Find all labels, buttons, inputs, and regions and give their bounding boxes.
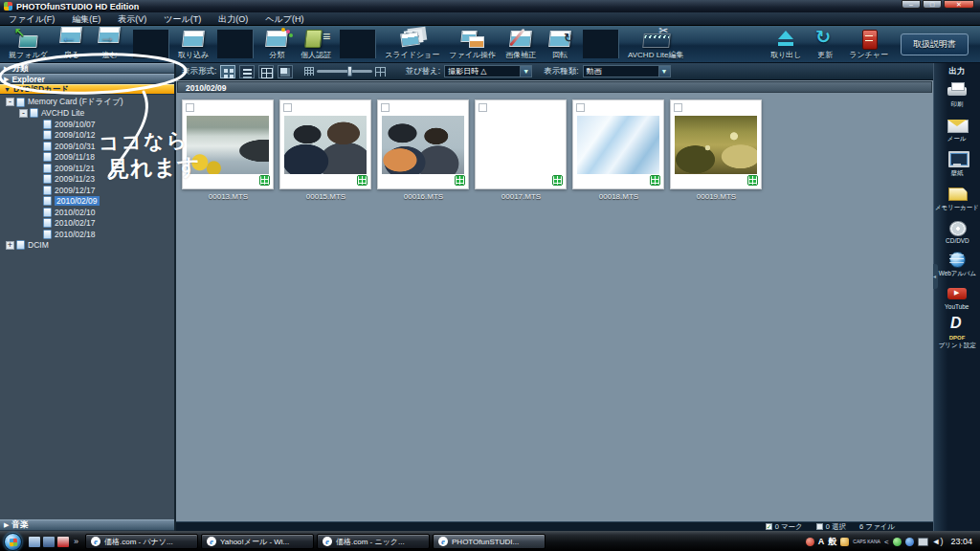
taskbar-clock[interactable]: 23:04	[950, 537, 972, 546]
tree-item[interactable]: 2009/12/17	[0, 185, 174, 196]
toolbar-button[interactable]	[340, 30, 376, 58]
output-item[interactable]: 壁紙	[933, 150, 980, 178]
tree-item[interactable]: 2009/11/23	[0, 174, 174, 186]
output-item[interactable]: メモリーカード	[933, 185, 980, 212]
toolbar-button[interactable]: 更新	[806, 26, 844, 62]
mark-checkbox[interactable]	[674, 103, 682, 112]
tree-item[interactable]: 2010/02/10	[0, 207, 174, 218]
tray-display-icon[interactable]	[918, 538, 928, 546]
expand-toggle-icon[interactable]: -	[6, 98, 14, 106]
start-button[interactable]	[4, 533, 22, 551]
toolbar-button[interactable]: 分類	[257, 26, 296, 62]
quick-launch-icon[interactable]	[43, 537, 55, 547]
expand-toggle-icon[interactable]: +	[6, 241, 14, 250]
thumbnail-card[interactable]	[670, 99, 762, 189]
thumbnail-view-button[interactable]	[220, 65, 235, 78]
list-view-button[interactable]	[239, 65, 255, 78]
taskbar-window-button[interactable]: e 価格.com - ニック...	[317, 534, 430, 549]
taskbar-window-button[interactable]: e 価格.com - パナソ...	[85, 534, 198, 549]
tree-item[interactable]: - Memory Card (Fドライブ)	[0, 97, 174, 108]
quick-launch-more-icon[interactable]: »	[74, 537, 78, 546]
ime-mode-icon[interactable]: A	[818, 537, 825, 546]
output-item[interactable]: DPOF プリント設定	[933, 317, 980, 350]
toolbar-button[interactable]	[133, 30, 169, 58]
tree-item[interactable]: 2010/02/17	[0, 218, 174, 230]
manual-button[interactable]: 取扱説明書	[901, 33, 969, 55]
thumbnail-card[interactable]	[572, 99, 664, 189]
thumbnail-card[interactable]	[182, 99, 274, 189]
date-group-header[interactable]: 2010/02/09	[177, 81, 932, 93]
mark-checkbox[interactable]	[576, 103, 585, 112]
chevron-down-icon[interactable]: ▼	[658, 66, 670, 77]
thumbnail-card[interactable]	[377, 99, 469, 189]
thumbnail-card[interactable]	[279, 99, 371, 189]
tree-item[interactable]: + DCIM	[0, 240, 174, 252]
chevron-down-icon[interactable]: ▼	[520, 66, 531, 77]
toolbar-button[interactable]: 進む	[91, 26, 129, 62]
tree-item[interactable]: 2010/02/18	[0, 229, 174, 240]
toolbar-button[interactable]: 親フォルダ	[4, 26, 53, 62]
toolbar-button[interactable]	[217, 30, 254, 58]
tray-status-icon[interactable]	[893, 538, 902, 546]
expand-toggle-icon[interactable]: -	[19, 109, 28, 118]
quick-launch-icon[interactable]	[29, 537, 40, 547]
volume-icon[interactable]: ◄)	[932, 537, 944, 546]
slider-handle[interactable]	[347, 66, 352, 77]
toolbar-button[interactable]: 取り出し	[766, 26, 806, 62]
mark-checkbox[interactable]	[186, 103, 194, 112]
toolbar-button[interactable]: 回転	[541, 26, 579, 62]
video-thumbnail-item[interactable]: 00017.MTS	[475, 99, 568, 201]
maximize-button[interactable]: □	[923, 0, 942, 9]
quick-launch-icon[interactable]	[57, 537, 69, 547]
mark-checkbox[interactable]	[283, 103, 292, 112]
preview-view-button[interactable]	[278, 65, 293, 78]
mark-checkbox[interactable]	[479, 103, 487, 112]
sidebar-section-header[interactable]: ▶ Explorer	[0, 74, 174, 84]
output-item[interactable]: Webアルバム	[933, 251, 980, 278]
video-thumbnail-item[interactable]: 00015.MTS	[279, 99, 372, 201]
toolbar-button[interactable]: ランチャー	[844, 26, 893, 62]
video-thumbnail-item[interactable]: 00018.MTS	[572, 99, 665, 201]
toolbar-button[interactable]	[583, 30, 619, 58]
toolbar-button[interactable]: 取り込み	[173, 26, 213, 62]
output-item[interactable]: YouTube	[933, 285, 980, 310]
toolbar-button[interactable]: スライドショー	[380, 26, 444, 62]
toolbar-button[interactable]: AVCHD Lite編集	[623, 26, 689, 62]
sidebar-section-music[interactable]: ▶ 音楽	[0, 519, 174, 531]
thumbnail-card[interactable]	[475, 99, 567, 189]
tree-item[interactable]: 2010/02/09	[0, 196, 174, 208]
sidebar-section-header[interactable]: ▶ 分類	[0, 63, 174, 74]
video-thumbnail-item[interactable]: 00016.MTS	[377, 99, 470, 201]
sidebar-section-header[interactable]: ▼ DVD/SDカード	[0, 84, 174, 95]
tree-item[interactable]: 2009/10/12	[0, 130, 174, 142]
menu-item[interactable]: ヘルプ(H)	[256, 12, 312, 26]
menu-item[interactable]: 表示(V)	[109, 12, 155, 26]
type-dropdown[interactable]: 動画 ▼	[583, 65, 671, 77]
tray-app-icon[interactable]	[806, 538, 814, 546]
taskbar-window-button[interactable]: e Yahoo!メール - Wi...	[201, 534, 314, 549]
tree-item[interactable]: - AVCHD Lite	[0, 108, 174, 120]
mark-checkbox[interactable]	[381, 103, 390, 112]
menu-item[interactable]: ファイル(F)	[0, 12, 63, 26]
tray-tools-icon[interactable]	[840, 538, 849, 546]
tray-chevron-icon[interactable]: <	[884, 538, 889, 546]
tree-item[interactable]: 2009/10/31	[0, 141, 174, 152]
panel-collapse-handle[interactable]: ◂	[933, 264, 938, 289]
video-thumbnail-item[interactable]: 00019.MTS	[670, 99, 763, 201]
tray-network-icon[interactable]	[905, 538, 914, 546]
calendar-view-button[interactable]	[258, 65, 274, 78]
output-item[interactable]: CD/DVD	[933, 219, 980, 244]
menu-item[interactable]: 編集(E)	[63, 12, 109, 26]
ime-kanji-icon[interactable]: 般	[828, 536, 836, 548]
toolbar-button[interactable]: ファイル操作	[444, 26, 501, 62]
slider-track[interactable]	[317, 70, 372, 73]
menu-item[interactable]: ツール(T)	[155, 12, 210, 26]
toolbar-button[interactable]: 個人認証	[296, 26, 336, 62]
minimize-button[interactable]: –	[902, 0, 921, 9]
sort-dropdown[interactable]: 撮影日時 △ ▼	[444, 65, 532, 77]
menu-item[interactable]: 出力(O)	[210, 12, 256, 26]
tree-item[interactable]: 2009/11/21	[0, 163, 174, 174]
close-button[interactable]: ✕	[944, 0, 974, 9]
output-item[interactable]: 印刷	[933, 81, 980, 109]
taskbar-window-button[interactable]: e PHOTOfunSTUDI...	[433, 534, 546, 549]
